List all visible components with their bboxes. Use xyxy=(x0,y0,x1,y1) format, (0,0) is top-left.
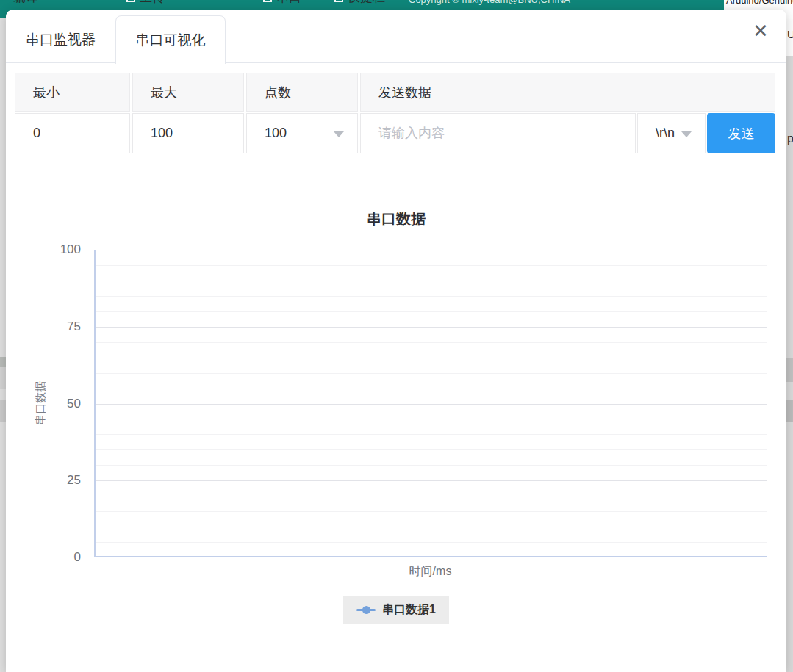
line-series-icon xyxy=(356,605,376,614)
toolbar-item-serial[interactable]: 串口 xyxy=(263,0,301,4)
gridline xyxy=(96,342,767,343)
toolbar-item-compile[interactable]: 编译 xyxy=(13,0,38,4)
background-right-strip: U p xyxy=(786,19,793,672)
screen: 编译 上传 串口 快捷栏 Copyright © mixly-team@BNU,… xyxy=(0,0,793,672)
gridline xyxy=(96,465,767,466)
send-button[interactable]: 发送 xyxy=(707,113,775,153)
gridline xyxy=(96,389,767,389)
tab-label: 串口监视器 xyxy=(26,30,96,49)
points-select-value: 100 xyxy=(265,126,287,141)
header-points: 点数 xyxy=(246,73,358,112)
gridline xyxy=(96,265,767,266)
tab-serial-monitor[interactable]: 串口监视器 xyxy=(6,15,115,63)
send-group: \r\n 发送 xyxy=(360,113,775,153)
y-tick-label: 100 xyxy=(6,242,81,258)
y-tick-label: 75 xyxy=(6,319,81,335)
gridline xyxy=(96,327,767,328)
gridline xyxy=(96,358,767,358)
scrollbar-thumb xyxy=(786,400,793,422)
gridline xyxy=(96,511,767,512)
toolbar-item-label: 上传 xyxy=(140,0,165,4)
y-tick-label: 25 xyxy=(6,472,81,488)
upload-icon xyxy=(126,0,135,2)
chart-title: 串口数据 xyxy=(6,209,786,229)
max-input[interactable] xyxy=(133,114,243,153)
gridline xyxy=(96,449,767,450)
gridline xyxy=(96,281,767,281)
form-header-row: 最小 最大 点数 发送数据 xyxy=(15,73,777,112)
header-min: 最小 xyxy=(15,73,130,112)
quickbar-icon xyxy=(334,0,343,2)
toolbar-item-label: 串口 xyxy=(276,0,301,4)
min-input[interactable] xyxy=(15,114,129,153)
gridline xyxy=(96,480,767,481)
send-input[interactable] xyxy=(361,114,635,153)
send-field-cell xyxy=(360,113,636,153)
gridline xyxy=(96,404,767,405)
left-strip-segment xyxy=(0,367,6,389)
left-strip-segment xyxy=(0,357,6,367)
left-strip-segment xyxy=(0,400,6,422)
background-left-strip xyxy=(0,18,6,672)
max-field-cell xyxy=(132,113,244,153)
gridline xyxy=(96,296,767,297)
gridline xyxy=(96,419,767,419)
chevron-down-icon xyxy=(334,131,344,137)
y-axis-name: 串口数据 xyxy=(34,381,48,425)
tab-bar: 串口监视器 串口可视化 ✕ xyxy=(6,10,786,63)
points-select[interactable]: 100 xyxy=(246,113,358,153)
form-input-row: 100 \r\n 发送 xyxy=(15,113,777,153)
header-max: 最大 xyxy=(132,73,244,112)
toolbar-item-label: 快捷栏 xyxy=(348,0,385,4)
y-tick-label: 0 xyxy=(6,549,81,566)
serial-icon xyxy=(263,0,272,2)
serial-form: 最小 最大 点数 发送数据 100 xyxy=(15,73,777,153)
x-axis-name: 时间/ms xyxy=(94,564,767,579)
legend-label: 串口数据1 xyxy=(382,602,436,618)
board-selector-fragment: U xyxy=(786,19,793,56)
toolbar-item-quickbar[interactable]: 快捷栏 xyxy=(334,0,385,4)
gridline xyxy=(96,496,767,496)
background-text-fragment: p xyxy=(787,132,793,145)
plot-area xyxy=(94,250,767,557)
line-ending-value: \r\n xyxy=(656,126,675,141)
header-send-data: 发送数据 xyxy=(360,73,775,112)
tab-serial-visualizer[interactable]: 串口可视化 xyxy=(115,15,226,64)
min-field-cell xyxy=(15,113,130,153)
serial-visualizer-dialog: 串口监视器 串口可视化 ✕ 最小 最大 点数 发送数据 xyxy=(6,10,786,672)
tab-label: 串口可视化 xyxy=(136,31,206,50)
line-ending-select[interactable]: \r\n xyxy=(637,113,706,153)
gridline xyxy=(96,311,767,312)
gridline xyxy=(96,373,767,374)
gridline xyxy=(96,250,767,250)
copyright-text: Copyright © mixly-team@BNU,CHINA xyxy=(409,0,570,4)
scrollbar-thumb xyxy=(786,358,793,382)
close-icon[interactable]: ✕ xyxy=(748,18,773,43)
legend-item-series1[interactable]: 串口数据1 xyxy=(343,596,449,624)
chevron-down-icon xyxy=(681,131,692,137)
gridline xyxy=(96,527,767,527)
toolbar-item-upload[interactable]: 上传 xyxy=(126,0,165,4)
board-selector-label: Arduino/Genuino xyxy=(726,0,793,5)
toolbar-item-label: 编译 xyxy=(13,0,38,4)
gridline xyxy=(96,542,767,543)
gridline xyxy=(96,434,767,435)
